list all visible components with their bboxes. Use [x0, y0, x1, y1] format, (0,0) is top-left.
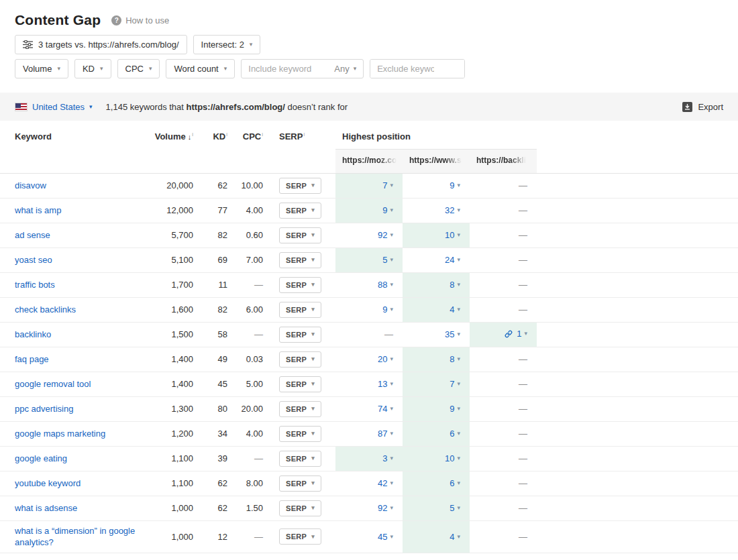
serp-button[interactable]: SERP▾: [279, 451, 321, 467]
position-value[interactable]: 87▾: [378, 429, 393, 439]
row-filler: [537, 247, 738, 272]
table-row: faq page1,400490.03SERP▾20▾8▾—: [0, 347, 738, 372]
serp-button[interactable]: SERP▾: [279, 252, 321, 268]
serp-button[interactable]: SERP▾: [279, 178, 321, 194]
position-value[interactable]: 7▾: [450, 379, 460, 389]
position-value[interactable]: 1▾: [505, 329, 527, 339]
keyword-link[interactable]: what is a “dimension” in google analytic…: [15, 526, 135, 548]
position-number: 88: [378, 280, 387, 290]
targets-button[interactable]: 3 targets vs. https://ahrefs.com/blog/: [15, 35, 187, 54]
position-value[interactable]: 8▾: [450, 354, 460, 364]
position-value[interactable]: 88▾: [378, 280, 393, 290]
serp-button-label: SERP: [286, 281, 307, 289]
keyword-link[interactable]: disavow: [15, 180, 46, 190]
serp-button[interactable]: SERP▾: [279, 376, 321, 392]
serp-button[interactable]: SERP▾: [279, 302, 321, 318]
keyword-link[interactable]: traffic bots: [15, 280, 55, 290]
keyword-link[interactable]: google maps marketing: [15, 429, 105, 439]
serp-button[interactable]: SERP▾: [279, 401, 321, 417]
targets-toolbar: 3 targets vs. https://ahrefs.com/blog/ I…: [0, 28, 738, 54]
how-to-use-link[interactable]: ? How to use: [111, 15, 169, 25]
position-value[interactable]: 20▾: [378, 354, 393, 364]
serp-cell: SERP▾: [266, 223, 335, 247]
position-value[interactable]: 10▾: [445, 230, 460, 240]
position-value[interactable]: 9▾: [382, 205, 393, 215]
position-value[interactable]: 92▾: [378, 230, 393, 240]
exclude-keyword-input[interactable]: [370, 60, 464, 78]
kd-filter-label: KD: [83, 64, 95, 74]
position-value[interactable]: 24▾: [445, 255, 460, 265]
serp-button[interactable]: SERP▾: [279, 500, 321, 516]
cpc-filter-button[interactable]: CPC ▾: [117, 59, 160, 78]
include-keyword-input[interactable]: [242, 64, 334, 74]
intersect-button[interactable]: Intersect: 2 ▾: [193, 35, 261, 54]
row-filler: [537, 223, 738, 247]
position-number: 20: [378, 354, 387, 364]
keyword-link[interactable]: ppc advertising: [15, 404, 73, 414]
chevron-down-icon: ▾: [311, 480, 315, 486]
volume-column-header[interactable]: Volume↓i: [154, 121, 196, 173]
position-value[interactable]: 10▾: [445, 453, 460, 463]
position-value[interactable]: 6▾: [450, 478, 460, 488]
position-value[interactable]: 13▾: [378, 379, 393, 389]
serp-button[interactable]: SERP▾: [279, 227, 321, 243]
position-number: 4: [450, 532, 454, 542]
keyword-link[interactable]: backlinko: [15, 329, 51, 339]
keyword-link[interactable]: check backlinks: [15, 304, 76, 315]
position-cell: —: [470, 372, 537, 396]
keyword-link[interactable]: faq page: [15, 354, 49, 364]
position-cell: —: [470, 496, 537, 520]
country-selector[interactable]: United States ▾: [15, 102, 93, 112]
serp-button[interactable]: SERP▾: [279, 203, 321, 219]
serp-button[interactable]: SERP▾: [279, 351, 321, 368]
chevron-down-icon: ▾: [457, 505, 460, 511]
highest-position-group-header: Highest position: [335, 121, 537, 149]
position-value[interactable]: 9▾: [450, 404, 460, 414]
chevron-down-icon: ▾: [390, 182, 393, 188]
cpc-column-header[interactable]: CPCi: [230, 121, 266, 173]
position-value[interactable]: 4▾: [450, 532, 460, 542]
keyword-link[interactable]: google removal tool: [15, 379, 91, 389]
position-value[interactable]: 92▾: [378, 503, 393, 513]
serp-cell: SERP▾: [266, 297, 335, 322]
serp-button[interactable]: SERP▾: [279, 475, 321, 492]
position-value[interactable]: 7▾: [382, 180, 393, 190]
position-value[interactable]: 32▾: [445, 205, 460, 215]
keyword-column-header[interactable]: Keyword: [0, 121, 154, 173]
position-value[interactable]: 45▾: [378, 532, 393, 542]
position-value[interactable]: 4▾: [450, 304, 460, 315]
position-value[interactable]: 35▾: [445, 329, 460, 339]
word-count-filter-button[interactable]: Word count ▾: [166, 59, 235, 78]
kd-filter-button[interactable]: KD ▾: [74, 59, 111, 78]
volume-cell: 1,400: [154, 372, 196, 396]
position-value[interactable]: 42▾: [378, 478, 393, 488]
chevron-down-icon: ▾: [250, 42, 253, 48]
position-value[interactable]: 8▾: [450, 280, 460, 290]
summary-suffix: doesn’t rank for: [285, 102, 348, 112]
export-button[interactable]: Export: [682, 102, 723, 112]
serp-button[interactable]: SERP▾: [279, 277, 321, 293]
keyword-link[interactable]: what is adsense: [15, 503, 77, 513]
keyword-link[interactable]: youtube keyword: [15, 478, 81, 488]
position-value[interactable]: 3▾: [382, 453, 393, 463]
serp-button[interactable]: SERP▾: [279, 528, 321, 545]
position-value[interactable]: 74▾: [378, 404, 393, 414]
include-mode-select[interactable]: Any ▾: [334, 64, 363, 74]
keyword-link[interactable]: what is amp: [15, 205, 61, 215]
keyword-link[interactable]: yoast seo: [15, 255, 52, 265]
kd-cell: 77: [196, 198, 230, 223]
position-value[interactable]: 9▾: [382, 304, 393, 315]
chevron-down-icon: ▾: [390, 455, 393, 461]
position-value[interactable]: 5▾: [382, 255, 393, 265]
position-value[interactable]: 9▾: [450, 180, 460, 190]
position-value[interactable]: 6▾: [450, 429, 460, 439]
volume-filter-button[interactable]: Volume ▾: [15, 59, 68, 78]
position-value[interactable]: 5▾: [450, 503, 460, 513]
serp-button[interactable]: SERP▾: [279, 426, 321, 442]
kd-column-header[interactable]: KDi: [196, 121, 230, 173]
keyword-link[interactable]: ad sense: [15, 230, 50, 240]
keyword-link[interactable]: google eating: [15, 453, 67, 463]
intersect-label: Intersect: 2: [201, 40, 244, 50]
position-cell: 7▾: [403, 372, 470, 396]
serp-button[interactable]: SERP▾: [279, 327, 321, 343]
